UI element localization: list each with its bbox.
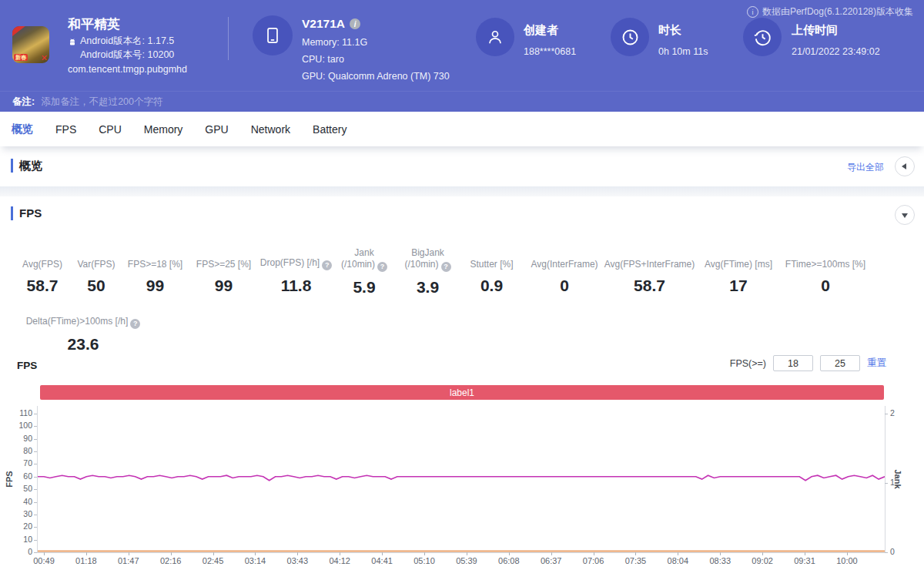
tick-mark [509, 552, 510, 555]
tab-FPS[interactable]: FPS [55, 123, 76, 136]
metric-value: 58.7 [604, 277, 695, 295]
metric-value: 11.8 [260, 277, 332, 295]
metric-value: 23.6 [25, 335, 141, 354]
duration-label: 时长 [658, 23, 681, 38]
triangle-down-icon [902, 213, 908, 218]
tick-mark [34, 527, 37, 528]
collapse-down-button[interactable] [895, 205, 915, 225]
upload-time-badge [743, 18, 782, 56]
x-axis-tick: 03:43 [287, 556, 309, 565]
creator-label: 创建者 [524, 23, 558, 38]
app-version-name: Android版本名: 1.17.5 [80, 35, 174, 48]
triangle-left-icon [902, 163, 906, 169]
metric-Jank10min: Jank(/10min)?5.9 [332, 247, 397, 297]
left-axis-tick: 20 [9, 522, 32, 531]
person-icon [485, 27, 505, 47]
tick-mark [340, 552, 340, 555]
x-axis-tick: 08:04 [668, 556, 689, 565]
creator-value: 188****0681 [524, 46, 576, 57]
x-axis-tick: 06:08 [498, 556, 520, 565]
tab-GPU[interactable]: GPU [205, 123, 228, 136]
x-axis-tick: 07:06 [583, 556, 604, 565]
x-axis-tick: 01:18 [75, 556, 97, 565]
right-axis-tick: 0 [890, 548, 895, 556]
help-icon[interactable]: ? [377, 262, 387, 272]
export-all-link[interactable]: 导出全部 [847, 161, 884, 174]
collapse-left-button[interactable] [895, 156, 915, 176]
metric-DeltaFTime>100msh: Delta(FTime)>100ms [/h]?23.6 [25, 306, 141, 354]
help-icon[interactable]: ? [130, 319, 140, 329]
perfdog-report-page: i 数据由PerfDog(6.1.220128)版本收集 新春 ✕ 和平精英 A… [0, 0, 924, 570]
metric-value: 50 [69, 277, 123, 295]
collector-note-text: 数据由PerfDog(6.1.220128)版本收集 [762, 5, 913, 18]
tick-mark [847, 552, 848, 555]
x-axis-tick: 08:33 [709, 556, 731, 565]
tick-mark [34, 426, 37, 427]
metric-value: 0.9 [459, 277, 524, 295]
left-axis-tick: 40 [9, 498, 32, 506]
device-badge [253, 15, 293, 55]
metric-VarFPS: Var(FPS)50 [69, 247, 123, 295]
android-icon [68, 36, 77, 50]
metric-AvgFPS: Avg(FPS)58.7 [15, 247, 69, 295]
x-axis-tick: 00:49 [33, 556, 55, 565]
help-icon[interactable]: ? [322, 260, 332, 270]
x-axis-tick: 05:10 [413, 556, 435, 565]
tick-mark [424, 552, 425, 555]
fps-threshold1-input[interactable] [773, 355, 813, 371]
left-axis-tick: 0 [9, 548, 32, 556]
fps-threshold2-input[interactable] [820, 355, 860, 371]
tab-概览[interactable]: 概览 [12, 122, 33, 136]
app-icon-badge: 新春 [14, 54, 28, 61]
left-axis-tick: 10 [9, 535, 32, 544]
tick-mark [34, 515, 37, 515]
tick-mark [34, 464, 37, 464]
tab-CPU[interactable]: CPU [99, 123, 122, 136]
upload-time-value: 21/01/2022 23:49:02 [792, 46, 880, 57]
x-axis-tick: 02:16 [160, 556, 182, 565]
metric-AvgInterFrame: Avg(InterFrame)0 [524, 247, 604, 295]
note-input[interactable]: 添加备注，不超过200个字符 [41, 96, 162, 109]
tick-mark [86, 552, 87, 555]
left-axis-tick: 90 [9, 434, 32, 443]
tab-Memory[interactable]: Memory [144, 123, 183, 136]
tick-mark [34, 552, 37, 553]
fps-line-chart [38, 406, 885, 552]
fps-metrics-row: Avg(FPS)58.7Var(FPS)50FPS>=18 [%]99FPS>=… [15, 247, 869, 297]
metric-Stutter: Stutter [%]0.9 [459, 247, 524, 295]
history-clock-icon [752, 27, 773, 48]
tick-mark [805, 552, 805, 555]
device-info-icon[interactable]: i [350, 18, 360, 29]
tick-mark [885, 552, 888, 553]
metric-AvgFPS+InterFrame: Avg(FPS+InterFrame)58.7 [604, 247, 695, 295]
tab-Battery[interactable]: Battery [313, 123, 346, 136]
duration-badge [611, 18, 649, 56]
tick-mark [594, 552, 594, 555]
phone-icon [263, 25, 283, 45]
metric-FTime>=100ms: FTime>=100ms [%]0 [782, 247, 869, 295]
note-label: 备注: [12, 96, 35, 109]
device-model: V2171A [302, 17, 345, 31]
help-icon[interactable]: ? [441, 262, 451, 272]
metric-value: 3.9 [397, 278, 459, 297]
tick-mark [255, 552, 256, 555]
tick-mark [297, 552, 298, 555]
tab-Network[interactable]: Network [251, 123, 290, 136]
fps-chart-controls: FPS(>=) 重置 [730, 355, 886, 371]
device-cpu: CPU: taro [302, 54, 344, 65]
metric-value: 58.7 [15, 277, 69, 295]
fps-section-title: FPS [11, 206, 42, 220]
right-axis-tick: 1 [890, 478, 895, 487]
tick-mark [34, 477, 37, 478]
tick-mark [171, 552, 172, 555]
metric-DropFPSh: Drop(FPS) [/h]?11.8 [260, 247, 332, 295]
reset-link[interactable]: 重置 [867, 357, 886, 370]
x-axis-tick: 05:39 [456, 556, 477, 565]
metric-value: 5.9 [332, 278, 397, 297]
tick-mark [34, 414, 37, 414]
publisher-logo-icon: ✕ [41, 54, 48, 62]
right-axis-tick: 2 [890, 409, 895, 417]
tick-mark [34, 502, 37, 503]
app-version-code: Android版本号: 10200 [80, 49, 174, 62]
collector-note: i 数据由PerfDog(6.1.220128)版本收集 [747, 5, 913, 18]
